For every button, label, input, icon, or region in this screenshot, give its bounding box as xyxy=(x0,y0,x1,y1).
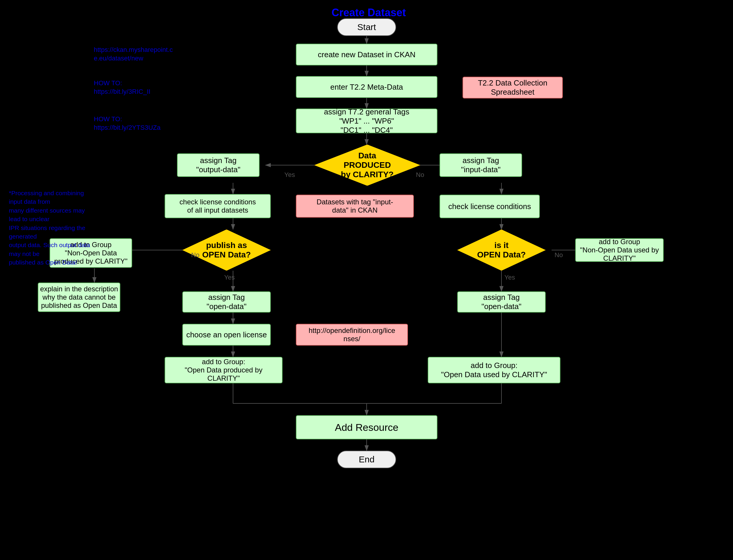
label-yes-produced: Yes xyxy=(284,171,295,179)
assign-open-tag-left-node: assign Tag "open-data" xyxy=(182,291,271,313)
is-open-diamond: is it OPEN Data? xyxy=(457,229,546,271)
t22-spreadsheet-node: T2.2 Data Collection Spreadsheet xyxy=(463,77,563,98)
label-yes-publish: Yes xyxy=(224,274,235,281)
page-title: Create Dataset xyxy=(265,5,472,20)
add-resource-node: Add Resource xyxy=(296,415,437,439)
howto-2-annotation: HOW TO: https://bit.ly/2YTS3UZa xyxy=(94,115,176,132)
svg-text:↓: ↓ xyxy=(365,134,368,142)
add-group-open-used-node: add to Group: "Open Data used by CLARITY… xyxy=(428,357,560,383)
assign-open-tag-right-node: assign Tag "open-data" xyxy=(457,291,546,313)
assign-output-tag-node: assign Tag "output-data" xyxy=(177,153,260,177)
check-license-input-node: check license conditions xyxy=(440,195,540,218)
enter-metadata-node: enter T2.2 Meta-Data xyxy=(296,76,437,98)
label-no-open: No xyxy=(555,251,563,259)
create-dataset-node: create new Dataset in CKAN xyxy=(296,44,437,65)
label-yes-open: Yes xyxy=(504,274,515,281)
explain-description-node: explain in the description why the data … xyxy=(38,283,120,312)
publish-open-diamond: publish as OPEN Data? xyxy=(182,229,271,271)
end-node: End xyxy=(337,451,396,468)
add-group-non-open-used-node: add to Group "Non-Open Data used by CLAR… xyxy=(575,238,664,262)
start-node: Start xyxy=(337,18,396,36)
assign-tags-node: assign T7.2 general Tags "WP1" ... "WP6"… xyxy=(296,109,437,133)
choose-license-node: choose an open license xyxy=(182,324,271,346)
open-licenses-url-node: http://opendefinition.org/lice nses/ xyxy=(296,324,408,346)
ipr-note-annotation: *Processing and combining input data fro… xyxy=(9,189,94,267)
check-license-output-node: check license conditions of all input da… xyxy=(165,194,271,218)
datasets-inputdata-node: Datasets with tag "input- data" in CKAN xyxy=(296,195,414,218)
label-no-publish: No xyxy=(191,251,199,259)
data-produced-diamond: Data PRODUCED by CLARITY? xyxy=(314,144,420,186)
assign-input-tag-node: assign Tag "input-data" xyxy=(440,153,522,177)
add-group-open-produced-node: add to Group: "Open Data produced by CLA… xyxy=(165,357,283,383)
howto-1-annotation: HOW TO: https://bit.ly/3RIC_II xyxy=(94,79,176,96)
url-new-dataset-annotation: https://ckan.mysharepoint.c e.eu/dataset… xyxy=(94,46,182,63)
label-no-produced: No xyxy=(416,171,424,179)
